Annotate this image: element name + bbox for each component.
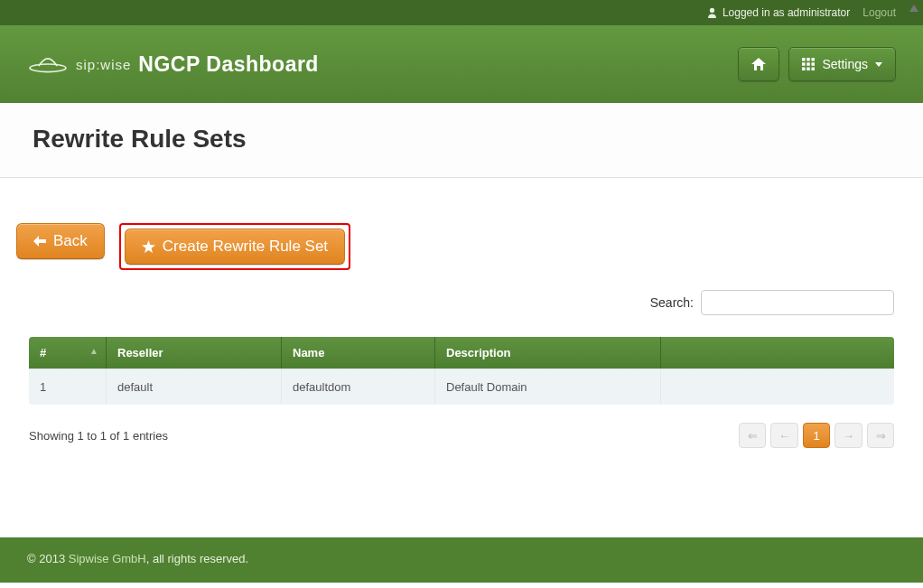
pagination: ⇐ ← 1 → ⇒ — [739, 423, 894, 448]
col-id[interactable]: # ▲ — [29, 337, 107, 369]
sort-asc-icon: ▲ — [89, 346, 95, 356]
login-status-text: Logged in as administrator — [723, 6, 850, 19]
action-buttons: Back Create Rewrite Rule Set — [16, 223, 907, 270]
header: sip:wise NGCP Dashboard Settings — [0, 25, 923, 103]
svg-rect-9 — [807, 68, 811, 71]
search-row: Search: — [16, 290, 907, 315]
cell-name: defaultdom — [282, 369, 435, 405]
back-label: Back — [53, 232, 88, 250]
col-actions — [661, 337, 894, 369]
svg-rect-6 — [807, 62, 811, 66]
col-reseller[interactable]: Reseller — [107, 337, 282, 369]
page-current[interactable]: 1 — [803, 423, 830, 448]
brand-title: NGCP Dashboard — [138, 52, 319, 77]
star-icon — [142, 240, 155, 254]
page-title: Rewrite Rule Sets — [33, 125, 890, 154]
header-buttons: Settings — [738, 47, 896, 81]
cell-actions — [661, 369, 894, 405]
col-description-label: Description — [446, 346, 511, 359]
create-label: Create Rewrite Rule Set — [163, 238, 328, 256]
home-button[interactable] — [738, 47, 779, 81]
footer: © 2013 Sipwise GmbH, all rights reserved… — [0, 537, 923, 583]
col-id-label: # — [40, 346, 46, 359]
col-name[interactable]: Name — [282, 337, 435, 369]
entries-info: Showing 1 to 1 of 1 entries — [29, 429, 168, 443]
cell-id: 1 — [29, 369, 107, 405]
page-next[interactable]: → — [834, 423, 862, 448]
create-rewrite-rule-set-button[interactable]: Create Rewrite Rule Set — [125, 229, 345, 265]
rule-sets-table: # ▲ Reseller Name Description 1 default — [29, 337, 894, 405]
page-first[interactable]: ⇐ — [739, 423, 766, 448]
svg-rect-2 — [802, 58, 806, 61]
svg-rect-10 — [812, 68, 816, 71]
arrow-left-icon — [33, 235, 46, 247]
table-header-row: # ▲ Reseller Name Description — [29, 337, 894, 369]
svg-rect-4 — [812, 58, 816, 61]
home-icon — [751, 58, 766, 70]
copyright-prefix: © 2013 — [27, 552, 69, 565]
svg-rect-7 — [812, 62, 816, 66]
settings-button[interactable]: Settings — [788, 47, 896, 81]
svg-point-0 — [710, 8, 714, 13]
cell-reseller: default — [107, 369, 282, 405]
content: Back Create Rewrite Rule Set Search: # ▲… — [0, 178, 923, 448]
scroll-top-indicator — [908, 2, 920, 14]
col-name-label: Name — [293, 346, 324, 359]
settings-label: Settings — [822, 57, 868, 71]
search-input[interactable] — [701, 290, 894, 315]
page-last[interactable]: ⇒ — [867, 423, 894, 448]
topbar: Logged in as administrator Logout — [0, 0, 923, 25]
page-prev[interactable]: ← — [770, 423, 798, 448]
caret-down-icon — [875, 62, 882, 67]
brand-mark-text: sip:wise — [76, 57, 131, 72]
back-button[interactable]: Back — [16, 223, 105, 259]
user-icon — [707, 7, 717, 18]
logout-link[interactable]: Logout — [862, 6, 896, 19]
search-label: Search: — [650, 295, 694, 310]
table-row[interactable]: 1 default defaultdom Default Domain — [29, 369, 894, 405]
svg-point-1 — [30, 64, 66, 72]
page-title-area: Rewrite Rule Sets — [0, 103, 923, 178]
table-footer: Showing 1 to 1 of 1 entries ⇐ ← 1 → ⇒ — [29, 423, 894, 448]
col-description[interactable]: Description — [435, 337, 661, 369]
col-reseller-label: Reseller — [117, 346, 163, 359]
svg-rect-3 — [807, 58, 811, 61]
copyright-suffix: , all rights reserved. — [146, 552, 248, 565]
highlight-create-button: Create Rewrite Rule Set — [119, 223, 350, 270]
login-status: Logged in as administrator — [707, 6, 850, 19]
svg-rect-8 — [802, 68, 806, 71]
brand-logo — [27, 55, 69, 73]
svg-rect-5 — [802, 62, 806, 66]
cell-description: Default Domain — [435, 369, 661, 405]
brand[interactable]: sip:wise NGCP Dashboard — [27, 52, 319, 77]
logo-hat-icon — [27, 55, 69, 73]
company-link[interactable]: Sipwise GmbH — [69, 552, 146, 565]
grid-icon — [802, 58, 815, 70]
